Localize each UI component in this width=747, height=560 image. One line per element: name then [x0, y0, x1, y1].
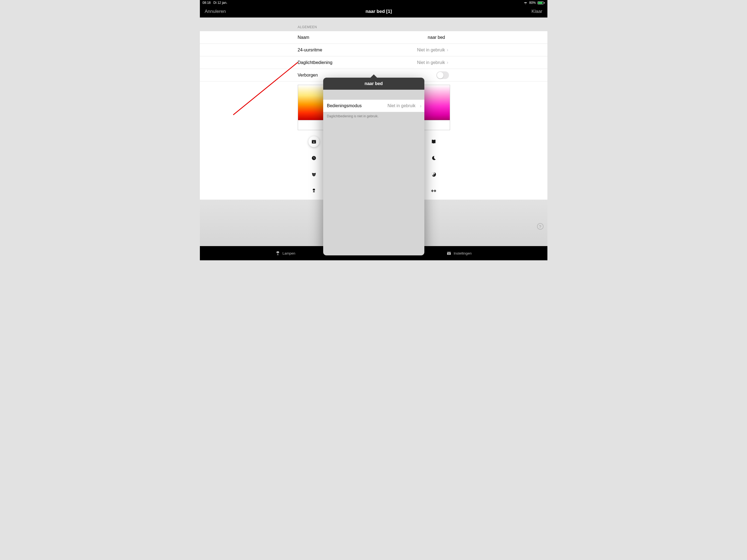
row-daylight-label: Daglichtbediening — [298, 60, 333, 65]
chevron-right-icon: › — [447, 47, 448, 53]
svg-point-6 — [433, 175, 434, 176]
row-hidden-label: Verborgen — [298, 73, 318, 78]
status-time: 08:18 — [203, 1, 211, 5]
scene-mask[interactable] — [308, 169, 319, 180]
svg-rect-11 — [436, 190, 436, 192]
daylight-popover: naar bed Bedieningsmodus Niet in gebruik… — [323, 78, 424, 255]
moon-icon — [431, 155, 436, 161]
row-circadian-label: 24-uursritme — [298, 48, 323, 52]
svg-rect-9 — [433, 190, 435, 191]
popover-arrow — [370, 74, 377, 78]
hidden-toggle[interactable] — [436, 71, 449, 79]
svg-point-5 — [433, 173, 434, 174]
book-icon — [431, 139, 436, 144]
battery-pct: 80% — [529, 1, 536, 5]
nav-bar: Annuleren naar bed [1] Klaar — [200, 5, 547, 18]
row-name[interactable]: Naam naar bed — [200, 31, 547, 44]
scene-movie[interactable] — [308, 136, 319, 147]
scene-moon[interactable] — [428, 153, 439, 163]
lamp-icon — [275, 251, 280, 256]
chef-icon — [311, 188, 317, 194]
status-left: 08:18 Di 12 jan. — [203, 1, 228, 5]
battery-icon — [538, 1, 545, 4]
popover-mode-value: Niet in gebruik — [387, 103, 420, 108]
cancel-button[interactable]: Annuleren — [205, 9, 226, 14]
clock-icon — [311, 155, 317, 161]
yinyang-icon — [431, 172, 436, 177]
status-right: 80% — [524, 1, 544, 5]
nav-title: naar bed [1] — [366, 9, 392, 14]
wifi-icon — [524, 1, 527, 4]
dumbbell-icon — [431, 188, 436, 194]
clapper-icon — [446, 251, 452, 256]
tab-settings-label: Instellingen — [454, 251, 472, 255]
status-date: Di 12 jan. — [213, 1, 228, 5]
movie-icon — [311, 139, 317, 144]
section-header-general: ALGEMEEN — [200, 18, 547, 31]
row-circadian[interactable]: 24-uursritme Niet in gebruik › — [200, 44, 547, 56]
svg-rect-14 — [447, 252, 451, 252]
row-circadian-value: Niet in gebruik — [417, 48, 542, 52]
popover-note: Daglichtbediening is niet in gebruik. — [323, 112, 424, 120]
row-name-value: naar bed — [428, 35, 542, 40]
help-button[interactable]: ? — [537, 223, 544, 230]
screen: 08:18 Di 12 jan. 80% Annuleren naar bed … — [200, 0, 547, 260]
scene-yinyang[interactable] — [428, 169, 439, 180]
chevron-right-icon: › — [420, 103, 422, 109]
popover-spacer — [323, 90, 424, 100]
row-daylight[interactable]: Daglichtbediening Niet in gebruik › — [200, 56, 547, 69]
svg-rect-7 — [432, 190, 432, 192]
popover-mode-row[interactable]: Bedieningsmodus Niet in gebruik › — [323, 100, 424, 112]
row-daylight-value: Niet in gebruik — [417, 60, 542, 65]
tab-lamps-label: Lampen — [282, 251, 295, 255]
scene-dumbbell[interactable] — [428, 185, 439, 196]
scene-chef[interactable] — [308, 185, 319, 196]
scene-book[interactable] — [428, 136, 439, 147]
tab-lamps[interactable]: Lampen — [275, 251, 295, 256]
svg-rect-10 — [435, 190, 436, 192]
done-button[interactable]: Klaar — [532, 9, 542, 14]
comedy-mask-icon — [311, 172, 317, 177]
scene-clock[interactable] — [308, 153, 319, 163]
tab-settings[interactable]: Instellingen — [446, 251, 472, 256]
row-name-label: Naam — [298, 35, 310, 40]
toggle-knob — [437, 72, 443, 78]
popover-title: naar bed — [323, 78, 424, 90]
svg-rect-1 — [312, 140, 316, 140]
settings-rows: Naam naar bed 24-uursritme Niet in gebru… — [200, 31, 547, 81]
popover-mode-label: Bedieningsmodus — [327, 103, 362, 108]
chevron-right-icon: › — [447, 59, 448, 65]
svg-rect-8 — [432, 190, 433, 192]
status-bar: 08:18 Di 12 jan. 80% — [200, 0, 547, 5]
